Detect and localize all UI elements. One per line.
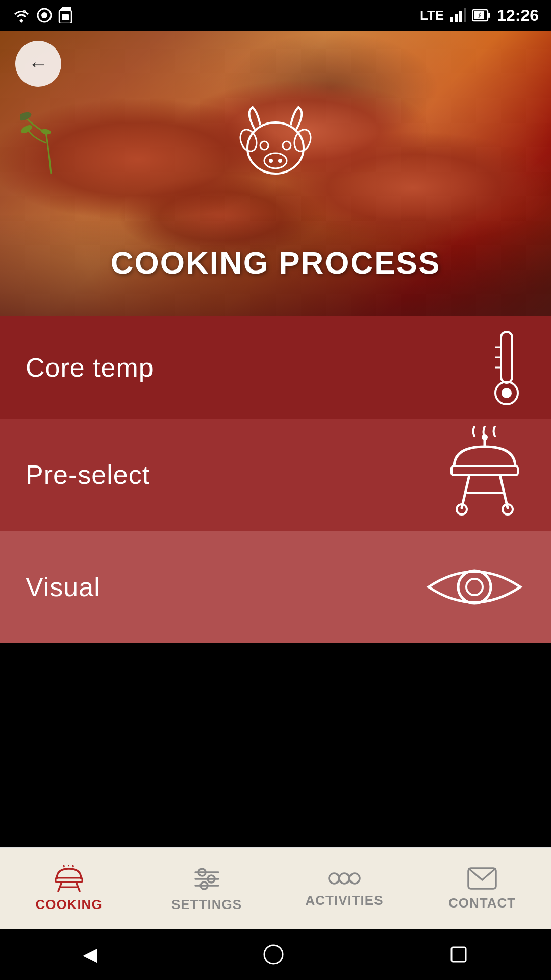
- nav-activities[interactable]: ACTIVITIES: [276, 868, 413, 909]
- svg-point-54: [349, 873, 360, 884]
- svg-text:?: ?: [22, 9, 26, 16]
- status-time: 12:26: [497, 6, 539, 25]
- svg-point-2: [41, 12, 47, 18]
- nav-settings[interactable]: SETTINGS: [138, 865, 276, 913]
- visual-section[interactable]: Visual: [0, 531, 551, 643]
- nav-settings-label: SETTINGS: [171, 897, 242, 913]
- svg-rect-4: [62, 14, 69, 20]
- back-button[interactable]: ←: [15, 41, 61, 87]
- nav-contact-label: CONTACT: [448, 895, 516, 911]
- nav-cooking[interactable]: COOKING: [0, 865, 138, 913]
- svg-rect-42: [56, 878, 82, 882]
- eye-icon: [423, 554, 525, 620]
- svg-point-40: [458, 571, 491, 603]
- status-left-icons: ?: [12, 7, 72, 23]
- svg-rect-32: [452, 466, 518, 475]
- core-temp-label: Core temp: [26, 352, 154, 383]
- pre-select-section[interactable]: Pre-select: [0, 419, 551, 531]
- svg-point-52: [329, 873, 339, 884]
- hero-section: COOKING PROCESS: [0, 31, 551, 316]
- herb-decoration: [20, 71, 82, 174]
- nav-cooking-icon: [54, 865, 84, 893]
- svg-point-53: [339, 873, 349, 884]
- battery-icon: [472, 8, 491, 22]
- svg-point-21: [264, 153, 287, 168]
- wifi-icon: ?: [12, 8, 31, 23]
- nav-contact[interactable]: CONTACT: [413, 866, 551, 911]
- status-right-icons: LTE 12:26: [420, 6, 539, 25]
- status-bar: ? LTE: [0, 0, 551, 31]
- pre-select-label: Pre-select: [26, 459, 150, 490]
- grill-icon: [444, 426, 525, 523]
- nav-activities-label: ACTIVITIES: [305, 893, 383, 909]
- lte-icon: LTE: [420, 8, 444, 23]
- svg-point-23: [278, 159, 282, 163]
- android-home-btn[interactable]: [263, 944, 284, 965]
- cow-icon-container: [224, 97, 327, 189]
- nav-contact-icon: [467, 866, 497, 891]
- svg-point-39: [482, 434, 488, 440]
- svg-rect-6: [455, 14, 458, 22]
- back-arrow-icon: ←: [28, 53, 48, 76]
- signal-icon: [450, 8, 466, 22]
- android-back-btn[interactable]: ◀: [83, 944, 97, 965]
- svg-rect-26: [501, 332, 512, 383]
- thermometer-icon: [485, 327, 525, 408]
- svg-point-19: [260, 141, 268, 150]
- sim-icon: [58, 7, 72, 23]
- core-temp-section[interactable]: Core temp: [0, 316, 551, 419]
- svg-rect-10: [488, 13, 490, 18]
- svg-point-17: [40, 128, 51, 135]
- svg-rect-8: [464, 8, 466, 22]
- bottom-nav: COOKING SETTINGS ACTIVITIES: [0, 847, 551, 929]
- svg-rect-5: [450, 17, 453, 22]
- android-recents-btn[interactable]: [449, 945, 468, 964]
- svg-point-20: [283, 141, 291, 150]
- android-nav: ◀: [0, 929, 551, 980]
- nav-activities-icon: [327, 868, 362, 889]
- svg-point-22: [269, 159, 273, 163]
- svg-rect-57: [452, 947, 466, 962]
- hero-title: COOKING PROCESS: [111, 244, 441, 281]
- svg-point-41: [466, 579, 483, 595]
- nav-settings-icon: [193, 865, 221, 893]
- visual-label: Visual: [26, 572, 101, 602]
- nav-cooking-label: COOKING: [35, 897, 102, 913]
- record-icon: [37, 8, 52, 23]
- svg-point-31: [502, 388, 512, 398]
- svg-point-56: [264, 945, 283, 964]
- svg-rect-7: [459, 11, 462, 22]
- svg-point-15: [20, 124, 33, 135]
- svg-point-16: [20, 111, 33, 122]
